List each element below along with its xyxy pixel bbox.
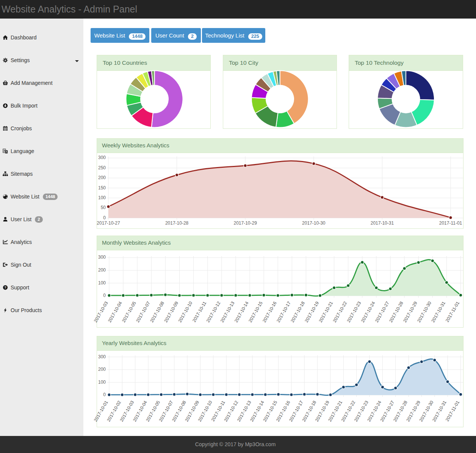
svg-text:?: ? (4, 286, 6, 289)
